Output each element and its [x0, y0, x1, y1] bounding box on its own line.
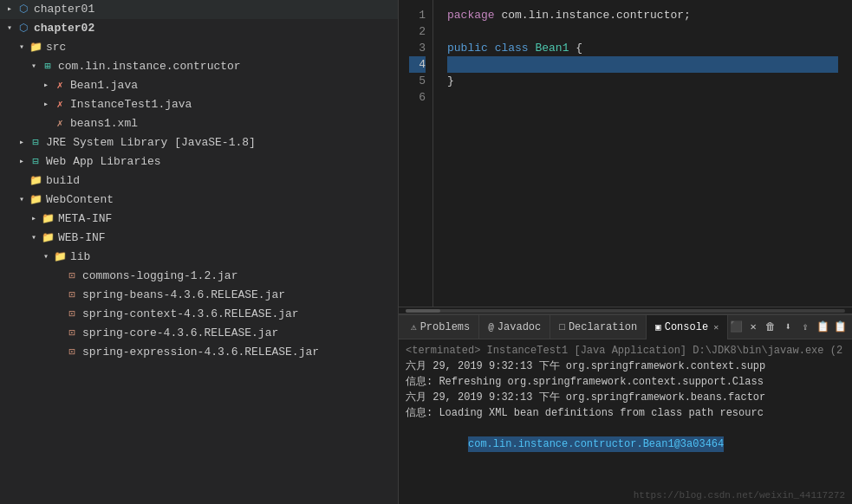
tree-item-jar1[interactable]: ⊡ commons-logging-1.2.jar	[0, 267, 398, 286]
line-num-3: 3	[409, 40, 426, 56]
lib-icon-webapp: ⊟	[28, 155, 43, 169]
label-jar1: commons-logging-1.2.jar	[82, 268, 237, 285]
label-webapp: Web App Libraries	[46, 153, 161, 171]
tree-item-beans1xml[interactable]: ✗ beans1.xml	[0, 114, 398, 133]
arrow-metainf: ▸	[28, 210, 40, 228]
arrow-chapter01: ▸	[3, 1, 16, 18]
tree-item-jar2[interactable]: ⊡ spring-beans-4.3.6.RELEASE.jar	[0, 286, 398, 305]
tab-console-close[interactable]: ✕	[713, 322, 719, 333]
code-line-3: public class Bean1 {	[447, 40, 838, 56]
btn-copy1[interactable]: 📋	[815, 320, 830, 335]
label-webinf: WEB-INF	[58, 229, 106, 247]
console-icon: ▣	[655, 321, 661, 333]
btn-copy2[interactable]: 📋	[832, 320, 848, 335]
code-line-4	[447, 56, 838, 73]
arrow-bean1: ▸	[40, 77, 52, 94]
label-src: src	[46, 39, 66, 56]
code-line-6	[447, 89, 838, 106]
label-package: com.lin.instance.contructor	[58, 58, 241, 75]
tree-item-webapp[interactable]: ▸ ⊟ Web App Libraries	[0, 152, 398, 171]
line-num-6: 6	[409, 89, 426, 106]
code-line-5: }	[447, 73, 838, 89]
console-log-1: 六月 29, 2019 9:32:13 下午 org.springframewo…	[406, 359, 845, 374]
tree-item-bean1[interactable]: ▸ ✗ Bean1.java	[0, 76, 398, 95]
folder-icon-src: 📁	[28, 41, 43, 55]
tree-item-chapter01[interactable]: ▸ ⬡ chapter01	[0, 0, 398, 19]
arrow-src: ▾	[16, 39, 28, 56]
console-output: <terminated> InstanceTest1 [Java Applica…	[399, 339, 852, 504]
btn-clear[interactable]: 🗑	[763, 320, 778, 335]
tree-item-instancetest1[interactable]: ▸ ✗ InstanceTest1.java	[0, 95, 398, 114]
tree-item-jar4[interactable]: ⊡ spring-core-4.3.6.RELEASE.jar	[0, 324, 398, 343]
tree-item-webinf[interactable]: ▾ 📁 WEB-INF	[0, 229, 398, 248]
folder-icon-webcontent: 📁	[28, 193, 43, 207]
arrow-webinf: ▾	[28, 229, 40, 247]
jar-icon-4: ⊡	[64, 326, 80, 340]
arrow-jre: ▸	[16, 134, 28, 152]
jar-icon-1: ⊡	[64, 269, 80, 283]
kw-public: public	[447, 42, 488, 55]
kw-class: class	[495, 42, 529, 55]
tab-problems[interactable]: ⚠ Problems	[402, 315, 479, 339]
label-jar3: spring-context-4.3.6.RELEASE.jar	[82, 306, 299, 323]
label-jre: JRE System Library [JavaSE-1.8]	[46, 134, 256, 152]
kw-package: package	[447, 9, 495, 22]
tab-javadoc-label: Javadoc	[498, 321, 541, 333]
label-chapter02: chapter02	[34, 20, 94, 37]
folder-icon-build: 📁	[28, 174, 43, 188]
project-icon-chapter01: ⬡	[16, 3, 31, 16]
arrow-chapter02: ▾	[3, 20, 16, 37]
jar-icon-2: ⊡	[64, 288, 80, 302]
lib-icon-jre: ⊟	[28, 136, 43, 150]
code-area[interactable]: package com.lin.instance.contructor; pub…	[433, 0, 852, 307]
console-log-3: 六月 29, 2019 9:32:13 下午 org.springframewo…	[406, 390, 845, 405]
line-num-5: 5	[409, 73, 426, 89]
declaration-icon: □	[559, 322, 565, 333]
tree-item-package[interactable]: ▾ ⊞ com.lin.instance.contructor	[0, 57, 398, 76]
main-container: ▸ ⬡ chapter01 ▾ ⬡ chapter02 ▾ 📁 src ▾ ⊞ …	[0, 0, 852, 504]
tab-javadoc[interactable]: @ Javadoc	[479, 315, 550, 339]
tabs-bar: ⚠ Problems @ Javadoc □ Declaration ▣ Con…	[399, 315, 852, 339]
label-jar2: spring-beans-4.3.6.RELEASE.jar	[82, 287, 285, 304]
class-name: Bean1	[535, 42, 569, 55]
tree-item-src[interactable]: ▾ 📁 src	[0, 38, 398, 57]
package-name: com.lin.instance.contructor;	[501, 9, 690, 22]
brace-close: }	[447, 74, 454, 87]
tree-item-jre[interactable]: ▸ ⊟ JRE System Library [JavaSE-1.8]	[0, 133, 398, 152]
btn-scroll-end[interactable]: ⇪	[797, 320, 813, 335]
tree-item-lib[interactable]: ▾ 📁 lib	[0, 248, 398, 267]
editor-area: 1 2 3 4 5 6 package com.lin.instance.con…	[399, 0, 852, 313]
editor-scrollbar[interactable]	[399, 307, 852, 313]
line-num-2: 2	[409, 23, 426, 40]
tab-console-label: Console	[665, 321, 708, 333]
label-webcontent: WebContent	[46, 191, 114, 209]
tree-item-build[interactable]: 📁 build	[0, 171, 398, 191]
line-num-4: 4	[409, 56, 426, 73]
tree-item-jar5[interactable]: ⊡ spring-expression-4.3.6.RELEASE.jar	[0, 343, 398, 362]
tab-console[interactable]: ▣ Console ✕	[647, 315, 728, 339]
problems-icon: ⚠	[411, 321, 417, 333]
console-toolbar-right: ⬛ ✕ 🗑 ⬇ ⇪ 📋 📋 📌	[728, 320, 852, 335]
btn-scroll-lock[interactable]: ⬇	[780, 320, 796, 335]
line-num-1: 1	[409, 7, 426, 23]
arrow-webapp: ▸	[16, 153, 28, 171]
tree-item-chapter02[interactable]: ▾ ⬡ chapter02	[0, 19, 398, 38]
arrow-lib: ▾	[40, 249, 52, 266]
tree-item-jar3[interactable]: ⊡ spring-context-4.3.6.RELEASE.jar	[0, 305, 398, 324]
javadoc-icon: @	[488, 322, 494, 333]
btn-remove[interactable]: ✕	[745, 320, 761, 335]
tab-declaration[interactable]: □ Declaration	[550, 315, 647, 339]
label-beans1xml: beans1.xml	[70, 115, 138, 132]
tab-declaration-label: Declaration	[569, 321, 637, 333]
editor-content: 1 2 3 4 5 6 package com.lin.instance.con…	[399, 0, 852, 307]
arrow-package: ▾	[28, 58, 40, 75]
label-lib: lib	[70, 249, 90, 266]
label-chapter01: chapter01	[34, 1, 94, 18]
label-build: build	[46, 172, 80, 190]
console-result-line: com.lin.instance.contructor.Bean1@3a0346…	[406, 421, 845, 468]
btn-stop[interactable]: ⬛	[728, 320, 744, 335]
brace-open: {	[576, 42, 582, 55]
tree-item-webcontent[interactable]: ▾ 📁 WebContent	[0, 191, 398, 210]
tree-item-metainf[interactable]: ▸ 📁 META-INF	[0, 210, 398, 229]
scrollbar-track	[406, 309, 845, 313]
